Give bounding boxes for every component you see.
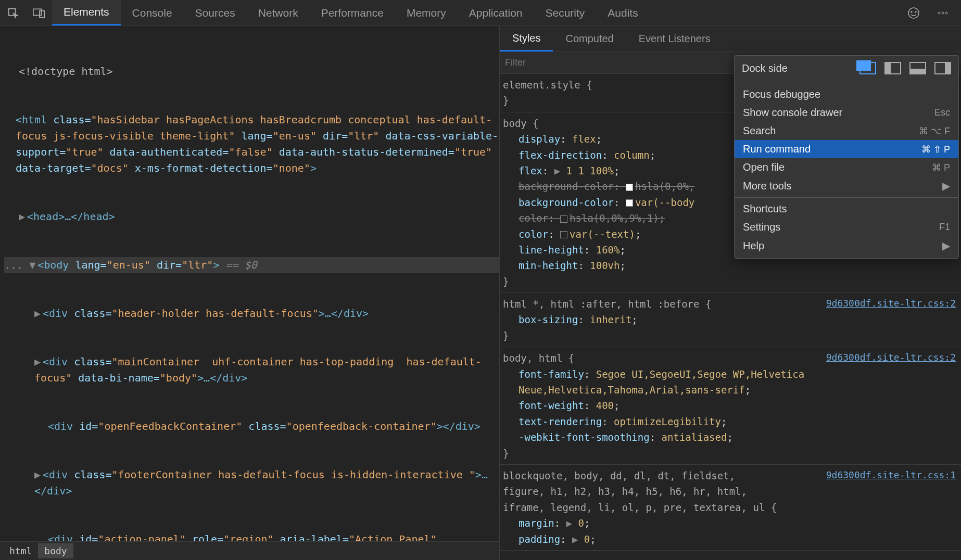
expander-icon[interactable]: ▶ [34, 467, 43, 483]
menu-item[interactable]: More tools▶ [735, 176, 958, 195]
rule-selector[interactable]: html *, html :after, html :before { [503, 296, 711, 312]
breadcrumb-html[interactable]: html [3, 543, 38, 558]
css-property[interactable]: font-family: Segoe UI,SegoeUI,Segoe WP,H… [503, 366, 956, 398]
dock-right-icon[interactable] [934, 62, 951, 74]
svg-point-3 [908, 8, 919, 18]
svg-point-6 [938, 12, 940, 14]
menu-item[interactable]: Run command⌘ ⇧ P [735, 140, 958, 158]
source-link[interactable]: 9d6300df.site-ltr.css:2 [826, 350, 956, 366]
tab-security[interactable]: Security [534, 0, 596, 26]
css-property[interactable]: margin: ▶ 0; [503, 515, 956, 531]
source-link[interactable]: 9d6300df.site-ltr.css:2 [826, 296, 956, 312]
expander-icon[interactable]: ▶ [19, 209, 27, 225]
svg-rect-1 [33, 9, 41, 15]
menu-item[interactable]: Show console drawerEsc [735, 104, 958, 122]
menu-item[interactable]: SettingsF1 [735, 218, 958, 236]
svg-point-8 [945, 12, 947, 14]
dock-undock-icon[interactable] [859, 62, 876, 74]
tab-event-listeners[interactable]: Event Listeners [626, 26, 723, 52]
menu-item[interactable]: Shortcuts [735, 200, 958, 218]
tab-network[interactable]: Network [247, 0, 310, 26]
svg-point-4 [911, 11, 912, 12]
smiley-feedback-icon[interactable] [904, 3, 924, 23]
breadcrumb-body[interactable]: body [38, 543, 73, 558]
menu-item[interactable]: Open file⌘ P [735, 158, 958, 176]
inspect-element-icon[interactable] [3, 3, 23, 23]
css-property[interactable]: padding: ▶ 0; [503, 531, 956, 547]
rule-selector[interactable]: body, html { [503, 350, 574, 366]
tab-performance[interactable]: Performance [310, 0, 395, 26]
tab-styles[interactable]: Styles [500, 26, 553, 52]
css-property[interactable]: text-rendering: optimizeLegibility; [503, 414, 956, 429]
styles-panel: Styles Computed Event Listeners element.… [500, 26, 961, 560]
svg-point-7 [942, 12, 944, 14]
dock-bottom-icon[interactable] [909, 62, 926, 74]
menu-item[interactable]: Search⌘ ⌥ F [735, 122, 958, 140]
svg-point-5 [915, 11, 916, 12]
main-toolbar: Elements Console Sources Network Perform… [0, 0, 961, 26]
breadcrumb: html body [0, 541, 499, 560]
tab-sources[interactable]: Sources [184, 0, 247, 26]
tab-application[interactable]: Application [458, 0, 534, 26]
css-property[interactable]: min-height: 100vh; [503, 258, 956, 273]
source-link[interactable]: 9d6300df.site-ltr.css:1 [826, 468, 956, 515]
main-tabs: Elements Console Sources Network Perform… [52, 0, 901, 26]
menu-item[interactable]: Help▶ [735, 236, 958, 255]
dom-tree[interactable]: <!doctype html> <html class="hasSidebar … [0, 26, 499, 541]
elements-panel: <!doctype html> <html class="hasSidebar … [0, 26, 500, 560]
expander-icon[interactable]: ▼ [29, 257, 37, 273]
css-property[interactable]: font-weight: 400; [503, 398, 956, 413]
sidebar-tabs: Styles Computed Event Listeners [500, 26, 961, 52]
menu-item[interactable]: Focus debuggee [735, 85, 958, 104]
dock-left-icon[interactable] [884, 62, 901, 74]
tab-computed[interactable]: Computed [553, 26, 626, 52]
svg-rect-2 [40, 10, 44, 17]
more-menu-icon[interactable] [933, 3, 953, 23]
css-property[interactable]: box-sizing: inherit; [503, 312, 956, 327]
main-menu-dropdown: Dock side Focus debuggeeShow console dra… [734, 55, 959, 259]
tab-console[interactable]: Console [121, 0, 184, 26]
expander-icon[interactable]: ▶ [34, 306, 43, 322]
expander-icon[interactable]: ▶ [34, 354, 43, 370]
css-property[interactable]: -webkit-font-smoothing: antialiased; [503, 429, 956, 445]
dock-side-label: Dock side [742, 62, 851, 74]
device-toggle-icon[interactable] [29, 3, 49, 23]
tab-elements[interactable]: Elements [52, 0, 121, 26]
rule-selector[interactable]: blockquote, body, dd, dl, dt, fieldset, … [503, 468, 779, 515]
tab-memory[interactable]: Memory [395, 0, 458, 26]
tab-audits[interactable]: Audits [596, 0, 649, 26]
